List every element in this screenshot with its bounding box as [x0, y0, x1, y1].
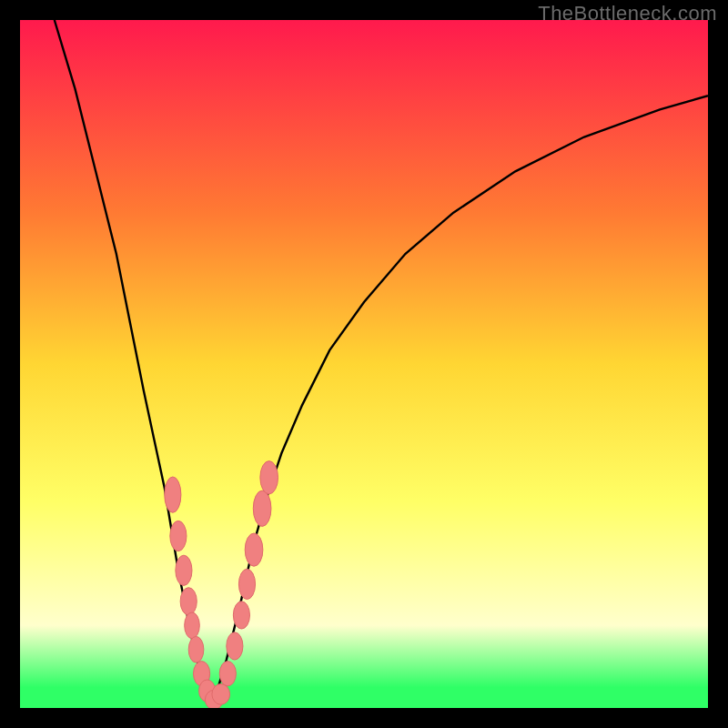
- data-marker: [170, 521, 187, 551]
- data-marker: [238, 569, 255, 599]
- data-marker: [165, 477, 181, 512]
- data-marker: [245, 533, 263, 566]
- data-marker: [185, 612, 200, 639]
- data-marker: [260, 461, 278, 494]
- gradient-bg: [20, 20, 708, 708]
- data-marker: [176, 555, 192, 585]
- data-marker: [180, 588, 197, 615]
- data-marker: [227, 632, 243, 660]
- data-marker: [253, 490, 271, 526]
- bottleneck-chart: [20, 20, 708, 708]
- chart-frame: [20, 20, 708, 708]
- data-marker: [188, 636, 204, 662]
- data-marker: [212, 684, 230, 705]
- data-marker: [219, 662, 236, 686]
- data-marker: [233, 602, 249, 629]
